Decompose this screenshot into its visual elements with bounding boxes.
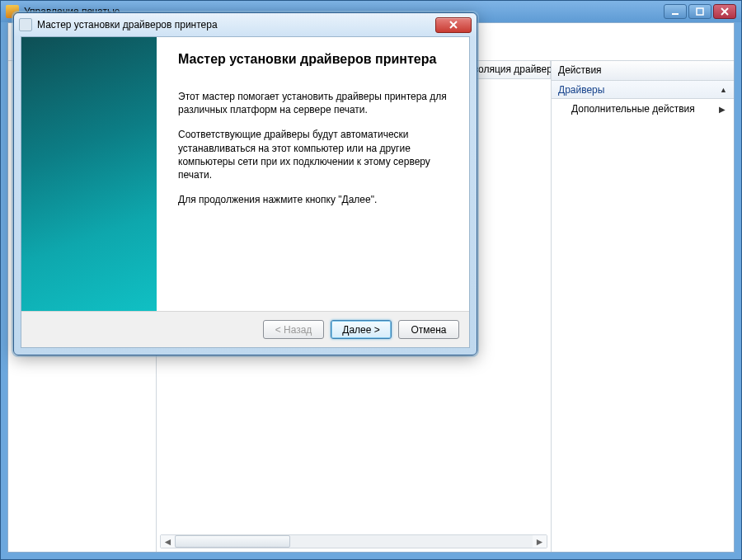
actions-item-additional[interactable]: Дополнительные действия ▶ (552, 99, 734, 119)
scroll-thumb[interactable] (175, 535, 290, 548)
wizard-titlebar[interactable]: Мастер установки драйверов принтера (14, 13, 477, 36)
scroll-right-icon[interactable]: ► (533, 535, 547, 548)
wizard-client: Мастер установки драйверов принтера Этот… (21, 36, 470, 348)
wizard-close-button[interactable] (435, 17, 472, 33)
actions-header: Действия (552, 61, 734, 81)
back-button[interactable]: < Назад (263, 320, 324, 339)
maximize-button[interactable] (688, 4, 711, 19)
next-button[interactable]: Далее > (331, 320, 392, 339)
scroll-track[interactable] (175, 535, 533, 548)
svg-rect-1 (697, 8, 703, 15)
wizard-heading: Мастер установки драйверов принтера (178, 52, 448, 67)
wizard-main: Мастер установки драйверов принтера Этот… (21, 37, 469, 311)
printer-icon (19, 18, 32, 31)
collapse-icon: ▲ (720, 86, 727, 94)
wizard-footer: < Назад Далее > Отмена (21, 311, 469, 347)
wizard-paragraph-2: Соответствующие драйверы будут автоматич… (178, 128, 448, 181)
wizard-title: Мастер установки драйверов принтера (37, 19, 435, 31)
wizard-side-banner (21, 37, 157, 311)
parent-window-controls (664, 4, 736, 19)
wizard-paragraph-3: Для продолжения нажмите кнопку "Далее". (178, 193, 448, 206)
actions-group-drivers[interactable]: Драйверы ▲ (552, 81, 734, 99)
submenu-icon: ▶ (719, 105, 726, 114)
wizard-paragraph-1: Этот мастер помогает установить драйверы… (178, 90, 448, 116)
minimize-button[interactable] (664, 4, 687, 19)
wizard-content: Мастер установки драйверов принтера Этот… (157, 37, 469, 311)
scroll-left-icon[interactable]: ◄ (161, 535, 175, 548)
actions-group-label: Драйверы (558, 84, 604, 96)
actions-item-label: Дополнительные действия (571, 103, 695, 115)
cancel-button[interactable]: Отмена (398, 320, 459, 339)
driver-install-wizard: Мастер установки драйверов принтера Маст… (13, 12, 477, 355)
actions-pane: Действия Драйверы ▲ Дополнительные дейст… (551, 61, 734, 552)
horizontal-scrollbar[interactable]: ◄ ► (160, 534, 547, 548)
close-button[interactable] (713, 4, 736, 19)
